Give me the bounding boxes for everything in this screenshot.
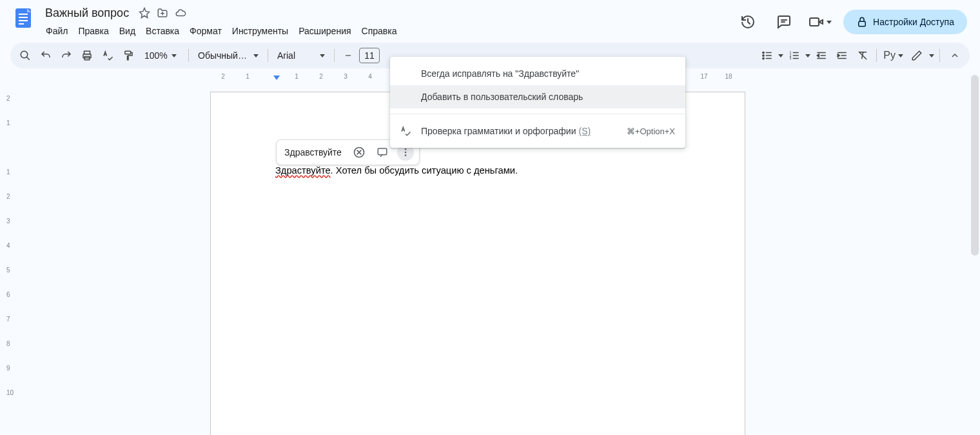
history-icon[interactable]: [735, 9, 761, 35]
fontsize-decrease-icon[interactable]: [338, 46, 358, 65]
clear-format-icon[interactable]: [853, 46, 872, 65]
share-label: Настройки Доступа: [873, 17, 954, 27]
comments-icon[interactable]: [771, 9, 797, 35]
zoom-select[interactable]: 100%: [139, 46, 184, 65]
chevron-down-icon: [320, 54, 325, 57]
separator: [268, 49, 268, 62]
chevron-down-icon: [827, 21, 832, 24]
menu-view[interactable]: Вид: [115, 23, 140, 39]
menu-tools[interactable]: Инструменты: [228, 23, 293, 39]
cloud-status-icon[interactable]: [174, 6, 187, 19]
share-button[interactable]: Настройки Доступа: [843, 10, 967, 34]
svg-rect-4: [19, 23, 24, 25]
svg-point-12: [763, 52, 764, 53]
menu-help[interactable]: Справка: [357, 23, 402, 39]
chevron-down-icon[interactable]: [929, 54, 934, 57]
menu-edit[interactable]: Правка: [74, 23, 113, 39]
svg-rect-6: [859, 21, 866, 26]
svg-rect-22: [378, 148, 387, 155]
separator: [939, 49, 940, 62]
search-icon[interactable]: [15, 46, 35, 65]
menu-extensions[interactable]: Расширения: [294, 23, 355, 39]
svg-rect-2: [19, 17, 28, 18]
separator: [390, 114, 685, 114]
font-select[interactable]: Arial: [272, 46, 330, 65]
document-title[interactable]: Важный вопрос: [41, 5, 133, 21]
menu-file[interactable]: Файл: [41, 23, 72, 39]
svg-point-13: [763, 55, 764, 56]
context-menu: Всегда исправлять на "Здравствуйте" Доба…: [390, 57, 685, 148]
collapse-toolbar-icon[interactable]: [945, 46, 965, 65]
docs-logo[interactable]: [10, 5, 36, 31]
svg-rect-3: [19, 20, 28, 21]
editing-mode-icon[interactable]: [907, 46, 926, 65]
spellcheck-menu-icon: [399, 125, 412, 137]
fontsize-input[interactable]: 11: [359, 48, 380, 63]
menu-insert[interactable]: Вставка: [141, 23, 184, 39]
misspelled-word[interactable]: Здраствуйте: [275, 165, 331, 176]
svg-point-14: [763, 57, 764, 59]
cm-spellcheck[interactable]: Проверка грамматики и орфографии (S) ⌘+O…: [390, 119, 685, 143]
vertical-ruler[interactable]: 2 1 1 2 3 4 5 6 7 8 9 10: [4, 75, 17, 435]
cm-add-to-dictionary[interactable]: Добавить в пользовательский словарь: [390, 85, 685, 108]
title-area: Важный вопрос Файл Правка Вид Вставка Фо…: [41, 5, 735, 39]
svg-point-7: [21, 51, 28, 58]
header-right: Настройки Доступа: [735, 5, 970, 35]
cm-always-correct[interactable]: Всегда исправлять на "Здравствуйте": [390, 62, 685, 85]
chevron-down-icon[interactable]: [805, 54, 810, 57]
svg-rect-1: [19, 14, 28, 15]
bulleted-list-icon[interactable]: [758, 46, 777, 65]
dismiss-suggestion-icon[interactable]: [351, 144, 368, 161]
indent-decrease-icon[interactable]: [812, 46, 831, 65]
indent-increase-icon[interactable]: [832, 46, 852, 65]
meet-button[interactable]: [807, 9, 833, 35]
body-text[interactable]: . Хотел бы обсудить ситуацию с деньгами.: [331, 165, 518, 176]
svg-point-24: [405, 152, 407, 154]
redo-icon[interactable]: [57, 46, 76, 65]
svg-rect-11: [125, 51, 131, 54]
svg-point-23: [405, 148, 407, 150]
input-tools-icon[interactable]: Ру: [881, 46, 906, 65]
numbered-list-icon[interactable]: 123: [785, 46, 804, 65]
chevron-down-icon: [172, 54, 177, 57]
separator: [876, 49, 877, 62]
separator: [188, 49, 189, 62]
menu-format[interactable]: Формат: [185, 23, 226, 39]
suggestion-text[interactable]: Здравствуйте: [282, 147, 344, 157]
move-folder-icon[interactable]: [156, 6, 169, 19]
separator: [334, 49, 335, 62]
svg-point-25: [405, 154, 407, 156]
feedback-icon[interactable]: [374, 144, 391, 161]
paragraph-style-select[interactable]: Обычный …: [193, 46, 264, 65]
chevron-down-icon[interactable]: [778, 54, 783, 57]
spellcheck-icon[interactable]: [98, 46, 117, 65]
undo-icon[interactable]: [36, 46, 55, 65]
app-header: Важный вопрос Файл Правка Вид Вставка Фо…: [0, 0, 980, 39]
print-icon[interactable]: [77, 46, 97, 65]
vertical-scrollbar[interactable]: [971, 75, 979, 432]
scrollbar-thumb[interactable]: [971, 75, 979, 256]
chevron-down-icon: [898, 54, 903, 57]
chevron-down-icon: [253, 54, 259, 57]
svg-text:3: 3: [790, 56, 792, 60]
paint-format-icon[interactable]: [119, 46, 138, 65]
menu-bar: Файл Правка Вид Вставка Формат Инструмен…: [41, 23, 735, 39]
star-icon[interactable]: [138, 6, 151, 19]
